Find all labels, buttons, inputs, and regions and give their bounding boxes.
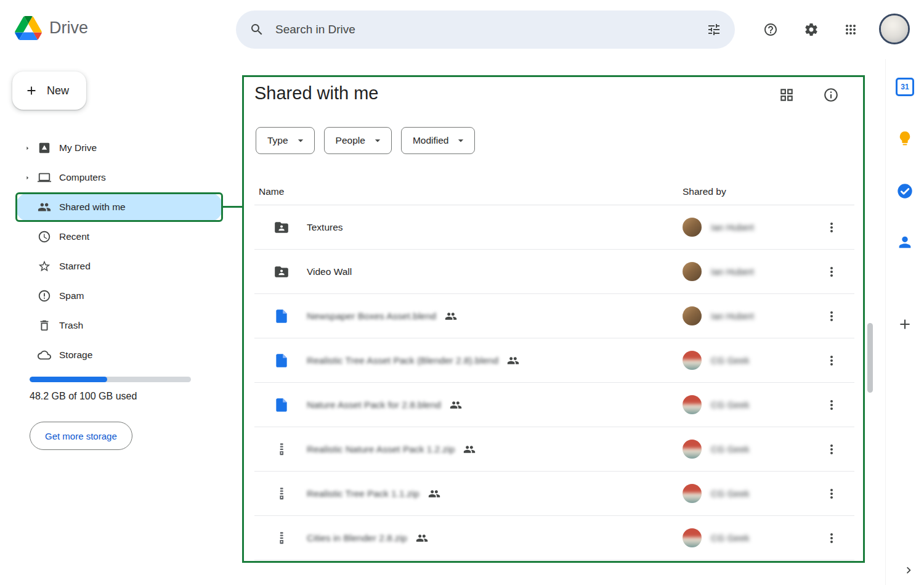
- calendar-button[interactable]: 31: [893, 75, 917, 99]
- expand-arrow-icon[interactable]: [20, 171, 34, 184]
- column-header-name[interactable]: Name: [259, 186, 284, 197]
- shared-people-icon: [416, 532, 428, 544]
- star-icon: [38, 260, 51, 273]
- drive-home-link[interactable]: Drive: [15, 16, 88, 40]
- get-more-storage-button[interactable]: Get more storage: [30, 422, 132, 450]
- tasks-button[interactable]: [893, 179, 917, 203]
- filter-chips: Type People Modified: [256, 127, 475, 154]
- shared-people-icon: [428, 488, 440, 500]
- chip-label: Type: [267, 135, 288, 146]
- sidebar-item-recent[interactable]: Recent: [15, 222, 223, 252]
- storage-used-text: 48.2 GB of 100 GB used: [30, 391, 137, 402]
- sidebar-item-computers[interactable]: Computers: [15, 163, 223, 192]
- sidebar-item-spam[interactable]: Spam: [15, 281, 223, 311]
- file-name: Realistic Nature Asset Pack 1.2.zip: [307, 444, 455, 455]
- avatar-image: [879, 14, 910, 44]
- new-button-label: New: [47, 84, 69, 97]
- search-options-icon[interactable]: [707, 22, 721, 37]
- help-icon: [763, 22, 778, 37]
- search-icon[interactable]: [249, 22, 264, 37]
- details-button[interactable]: [823, 87, 839, 103]
- sharer-name: CG Geek: [711, 355, 750, 366]
- main-content-panel: Shared with me Type People Modified Name…: [242, 75, 865, 563]
- blend-file-icon: [274, 397, 290, 413]
- file-name: Cities in Blender 2.8.zip: [307, 533, 407, 544]
- shared-people-icon: [450, 399, 462, 411]
- shared-folder-icon: [274, 219, 290, 235]
- sharer-name: CG Geek: [711, 444, 750, 454]
- top-bar: Drive: [0, 0, 924, 59]
- shared-with-me-icon: [38, 200, 51, 214]
- expand-panel-button[interactable]: [902, 563, 915, 577]
- more-options-icon[interactable]: [824, 531, 839, 546]
- storage-progress-bar: [30, 377, 191, 382]
- more-options-icon[interactable]: [824, 220, 839, 235]
- table-row[interactable]: Video Wall Ian Hubert: [254, 250, 854, 294]
- shared-by-cell: CG Geek: [683, 528, 750, 547]
- sharer-name: CG Geek: [711, 399, 750, 410]
- shared-by-cell: Ian Hubert: [683, 262, 754, 281]
- more-options-icon[interactable]: [824, 486, 839, 501]
- sidebar-item-label: Trash: [59, 320, 83, 331]
- shared-by-cell: CG Geek: [683, 484, 750, 503]
- filter-modified-chip[interactable]: Modified: [401, 127, 476, 154]
- sidebar-item-label: Spam: [59, 290, 84, 301]
- sharer-avatar: [683, 528, 702, 547]
- chevron-right-icon: [902, 563, 915, 577]
- more-options-icon[interactable]: [824, 309, 839, 324]
- more-options-icon[interactable]: [824, 353, 839, 368]
- file-list: Textures Ian Hubert Video Wall Ian Huber…: [254, 205, 854, 560]
- chip-label: People: [336, 135, 365, 146]
- table-row[interactable]: Cities in Blender 2.8.zip CG Geek: [254, 516, 854, 560]
- search-input[interactable]: [275, 23, 695, 36]
- more-options-icon[interactable]: [824, 442, 839, 457]
- sidebar-item-starred[interactable]: Starred: [15, 252, 223, 281]
- zip-file-icon: [274, 441, 290, 457]
- account-avatar[interactable]: [879, 14, 910, 44]
- more-options-icon[interactable]: [824, 264, 839, 279]
- more-options-icon[interactable]: [824, 398, 839, 412]
- keep-button[interactable]: [893, 127, 917, 150]
- table-row[interactable]: Realistic Nature Asset Pack 1.2.zip CG G…: [254, 427, 854, 472]
- chevron-down-icon: [294, 134, 307, 147]
- shared-folder-icon: [274, 264, 290, 280]
- table-row[interactable]: Realistic Tree Pack 1.1.zip CG Geek: [254, 472, 854, 516]
- sharer-avatar: [683, 351, 702, 370]
- sharer-avatar: [683, 218, 702, 237]
- add-addon-button[interactable]: [893, 313, 917, 336]
- calendar-icon: 31: [896, 78, 914, 96]
- grid-view-toggle-button[interactable]: [779, 87, 795, 103]
- file-name: Nature Asset Pack for 2.8.blend: [307, 399, 441, 411]
- chip-label: Modified: [413, 135, 449, 146]
- help-button[interactable]: [756, 15, 785, 44]
- sidebar-item-my-drive[interactable]: My Drive: [15, 133, 223, 163]
- shared-by-cell: Ian Hubert: [683, 306, 754, 325]
- chevron-down-icon: [371, 134, 384, 147]
- sharer-name: CG Geek: [711, 488, 750, 499]
- info-icon: [823, 87, 839, 103]
- search-bar[interactable]: [236, 10, 735, 49]
- vertical-scrollbar[interactable]: [867, 323, 873, 393]
- filter-people-chip[interactable]: People: [324, 127, 392, 154]
- blend-file-icon: [274, 353, 290, 369]
- sharer-avatar: [683, 262, 702, 281]
- sidebar-item-storage[interactable]: Storage: [15, 340, 223, 370]
- shared-by-cell: CG Geek: [683, 440, 750, 459]
- google-apps-button[interactable]: [836, 15, 865, 44]
- table-row[interactable]: Newspaper Boxes Asset.blend Ian Hubert: [254, 294, 854, 338]
- filter-type-chip[interactable]: Type: [256, 127, 315, 154]
- contacts-button[interactable]: [893, 231, 917, 254]
- table-row[interactable]: Textures Ian Hubert: [254, 205, 854, 250]
- sidebar-item-trash[interactable]: Trash: [15, 311, 223, 340]
- zip-file-icon: [274, 486, 290, 502]
- settings-button[interactable]: [796, 15, 826, 44]
- new-button[interactable]: New: [12, 72, 86, 110]
- sidebar-nav: My Drive Computers Shared with me Recent…: [0, 133, 234, 370]
- sidebar-item-shared-with-me[interactable]: Shared with me: [15, 192, 223, 222]
- expand-arrow-icon[interactable]: [20, 141, 34, 155]
- my-drive-icon: [38, 141, 51, 155]
- table-row[interactable]: Realistic Tree Asset Pack (Blender 2.8).…: [254, 338, 854, 383]
- table-row[interactable]: Nature Asset Pack for 2.8.blend CG Geek: [254, 383, 854, 427]
- drive-logo-icon: [15, 16, 42, 40]
- column-header-shared-by: Shared by: [683, 186, 726, 197]
